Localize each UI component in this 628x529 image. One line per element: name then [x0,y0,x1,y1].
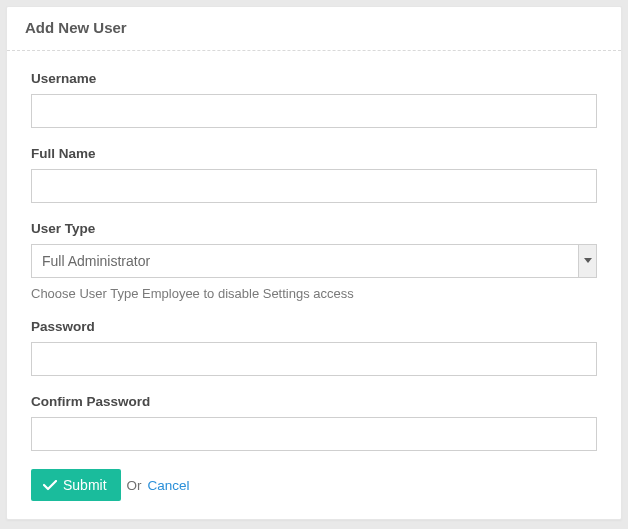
confirm-password-label: Confirm Password [31,394,597,409]
confirm-password-input[interactable] [31,417,597,451]
usertype-group: User Type Full Administrator Choose User… [31,221,597,301]
card-header: Add New User [7,7,621,51]
submit-button-label: Submit [63,477,107,493]
usertype-label: User Type [31,221,597,236]
username-label: Username [31,71,597,86]
or-text: Or [127,478,142,493]
confirm-password-group: Confirm Password [31,394,597,451]
page-title: Add New User [25,19,603,36]
usertype-help: Choose User Type Employee to disable Set… [31,286,597,301]
fullname-label: Full Name [31,146,597,161]
check-icon [43,480,57,491]
password-input[interactable] [31,342,597,376]
password-label: Password [31,319,597,334]
card-body: Username Full Name User Type Full Admini… [7,51,621,519]
fullname-group: Full Name [31,146,597,203]
username-input[interactable] [31,94,597,128]
password-group: Password [31,319,597,376]
usertype-select[interactable]: Full Administrator [31,244,597,278]
username-group: Username [31,71,597,128]
submit-button[interactable]: Submit [31,469,121,501]
add-user-card: Add New User Username Full Name User Typ… [6,6,622,520]
actions-row: Submit Or Cancel [31,469,597,501]
fullname-input[interactable] [31,169,597,203]
cancel-link[interactable]: Cancel [148,478,190,493]
